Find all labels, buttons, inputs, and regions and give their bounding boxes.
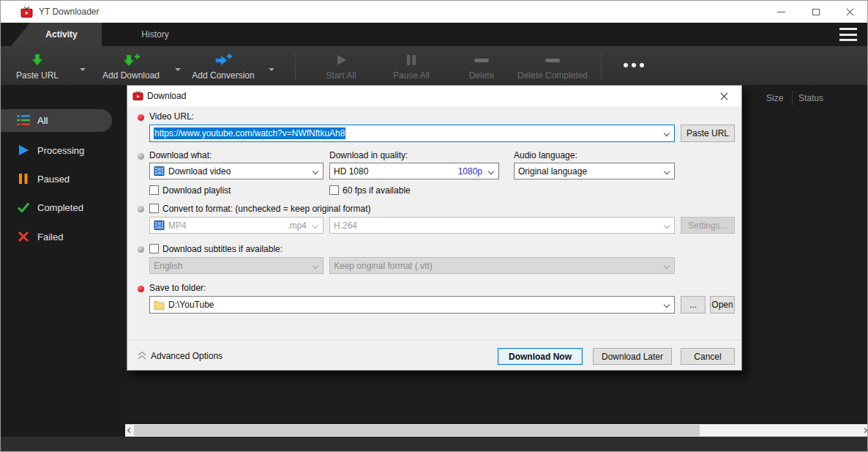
scroll-left-icon[interactable] (125, 424, 134, 437)
maximize-button[interactable] (798, 1, 833, 23)
window-title: YT Downloader (39, 7, 100, 17)
cancel-label: Cancel (694, 352, 721, 362)
blue-right-arrow-plus-icon (214, 51, 233, 69)
dash-icon (473, 51, 490, 69)
subtitles-label: Download subtitles if available: (162, 244, 283, 254)
tab-activity-label: Activity (45, 29, 77, 40)
pause-all-label: Pause All (393, 70, 430, 81)
green-down-arrow-icon (30, 51, 45, 69)
optional-dot-icon (138, 153, 144, 160)
tab-history[interactable]: History (112, 23, 198, 46)
sidebar-item-all[interactable]: All (1, 109, 118, 131)
cancel-button[interactable]: Cancel (681, 348, 735, 365)
start-all-button[interactable]: Start All (307, 46, 375, 85)
column-header-size[interactable]: Size (766, 93, 783, 103)
paste-url-button[interactable]: Paste URL (5, 46, 70, 85)
chevron-down-icon (664, 302, 670, 308)
advanced-options-toggle[interactable]: Advanced Options (151, 351, 222, 361)
open-folder-label: Open (711, 300, 733, 310)
subtitles-checkbox[interactable] (149, 244, 159, 253)
download-what-select[interactable]: Download video (149, 163, 323, 179)
check-icon (17, 201, 30, 214)
sidebar-item-processing[interactable]: Processing (1, 139, 118, 161)
convert-codec-select[interactable]: H.264 (329, 217, 675, 234)
open-folder-button[interactable]: Open (710, 296, 735, 314)
more-button[interactable] (611, 46, 656, 85)
fps-label: 60 fps if available (343, 185, 411, 196)
chevron-down-icon (269, 68, 274, 71)
column-header-status[interactable]: Status (798, 93, 823, 103)
add-download-button[interactable]: Add Download (94, 46, 168, 85)
sidebar-item-completed[interactable]: Completed (1, 196, 118, 218)
paste-url-dialog-label: Paste URL (686, 128, 729, 138)
paste-url-dropdown[interactable] (72, 46, 93, 85)
paste-url-dialog-button[interactable]: Paste URL (681, 125, 735, 142)
chevron-down-icon (664, 130, 670, 136)
scrollbar-thumb[interactable] (134, 425, 700, 436)
film-icon (154, 166, 165, 177)
settings-button[interactable]: Settings... (681, 217, 735, 234)
sidebar-item-failed[interactable]: Failed (1, 226, 118, 248)
tab-activity[interactable]: Activity (11, 23, 102, 46)
chevron-down-icon (664, 223, 670, 229)
menu-hamburger-icon[interactable] (839, 28, 857, 41)
download-later-label: Download Later (602, 352, 663, 362)
required-dot-icon (138, 114, 144, 121)
horizontal-scrollbar[interactable] (125, 424, 868, 437)
titlebar: YT Downloader (1, 1, 867, 23)
scroll-right-icon[interactable] (860, 424, 868, 437)
convert-checkbox[interactable] (149, 204, 159, 213)
add-conversion-button[interactable]: Add Conversion (185, 46, 261, 85)
column-separator (792, 91, 793, 105)
video-url-value: https://www.youtube.com/watch?v=NWfNftku… (154, 127, 345, 139)
app-logo-tv-icon (20, 6, 33, 18)
settings-label: Settings... (688, 221, 727, 231)
save-folder-input[interactable]: D:\YouTube (149, 296, 675, 314)
toolbar: Paste URL Add Download Add Conversion St… (1, 46, 867, 85)
convert-format-select[interactable]: MP4 .mp4 (149, 217, 323, 234)
fps-checkbox[interactable] (329, 185, 339, 195)
film-icon (154, 220, 165, 231)
subtitles-format-select[interactable]: Keep original format (.vtt) (329, 257, 675, 274)
video-url-label: Video URL: (149, 111, 194, 122)
toolbar-separator (601, 52, 602, 80)
sidebar-item-label: Processing (37, 145, 84, 156)
start-all-label: Start All (326, 70, 356, 81)
add-conversion-dropdown[interactable] (261, 46, 282, 85)
download-now-button[interactable]: Download Now (498, 348, 583, 365)
subtitles-language-select[interactable]: English (149, 257, 323, 274)
double-chevron-up-icon[interactable] (136, 349, 148, 361)
download-playlist-checkbox[interactable] (149, 185, 159, 195)
pause-icon (405, 51, 417, 69)
convert-format-value: MP4 (168, 221, 187, 231)
chevron-down-icon (313, 263, 318, 269)
minimize-button[interactable] (764, 1, 798, 23)
delete-completed-button[interactable]: Delete Completed (513, 46, 592, 85)
close-button[interactable] (833, 1, 867, 23)
sidebar-item-paused[interactable]: Paused (1, 168, 118, 190)
three-dots-icon (624, 63, 644, 67)
list-all-icon (17, 114, 30, 127)
save-folder-value: D:\YouTube (168, 300, 214, 310)
paste-url-label: Paste URL (16, 70, 59, 81)
quality-select[interactable]: HD 1080 1080p (329, 163, 499, 179)
footer-divider (127, 340, 741, 341)
video-url-input[interactable]: https://www.youtube.com/watch?v=NWfNftku… (149, 125, 675, 142)
delete-label: Delete (469, 70, 495, 81)
audio-language-select[interactable]: Original language (514, 163, 675, 179)
play-icon (17, 144, 30, 157)
play-icon (334, 51, 348, 69)
tab-bar: Activity History (1, 23, 867, 46)
download-dialog: Download Video URL: https://www.youtube.… (127, 85, 742, 371)
x-icon (17, 230, 30, 243)
download-later-button[interactable]: Download Later (593, 348, 672, 365)
dialog-title: Download (147, 91, 186, 101)
window-controls (764, 1, 867, 23)
delete-button[interactable]: Delete (447, 46, 516, 85)
sidebar: All Processing Paused Completed Failed (1, 85, 125, 437)
pause-all-button[interactable]: Pause All (377, 46, 446, 85)
pause-icon (17, 172, 30, 185)
dialog-close-icon[interactable] (712, 86, 736, 106)
browse-folder-button[interactable]: ... (681, 296, 706, 314)
convert-ext: .mp4 (287, 221, 307, 231)
